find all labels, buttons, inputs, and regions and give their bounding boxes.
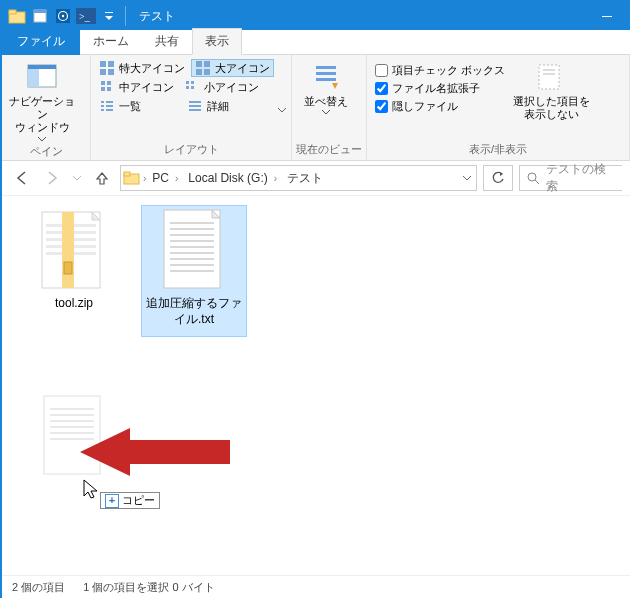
svg-rect-66: [170, 264, 214, 266]
svg-rect-9: [105, 12, 113, 13]
breadcrumb-bar[interactable]: › PC› Local Disk (G:)› テスト: [120, 165, 477, 191]
layout-list[interactable]: 一覧: [95, 97, 181, 115]
address-bar: › PC› Local Disk (G:)› テスト テストの検索: [2, 161, 630, 196]
grid-small-icon: [99, 79, 115, 95]
svg-rect-72: [50, 420, 94, 422]
group-current-view: 並べ替え 現在のビュー: [292, 55, 367, 160]
svg-rect-57: [64, 262, 72, 274]
chevron-down-icon[interactable]: [460, 171, 474, 185]
checkbox[interactable]: [375, 100, 388, 113]
file-list[interactable]: tool.zip 追加圧縮するファイル.txt + コピー: [2, 196, 630, 576]
qat-btn-2[interactable]: [52, 5, 74, 27]
up-button[interactable]: [90, 166, 114, 190]
group-pane-label: ペイン: [2, 142, 90, 162]
search-placeholder: テストの検索: [546, 161, 616, 195]
tab-file[interactable]: ファイル: [2, 28, 80, 55]
back-button[interactable]: [10, 166, 34, 190]
window-title: テスト: [139, 8, 175, 25]
tab-share[interactable]: 共有: [142, 28, 192, 55]
status-selection: 1 個の項目を選択 0 バイト: [83, 580, 214, 595]
tab-view[interactable]: 表示: [192, 28, 242, 55]
svg-rect-33: [101, 105, 104, 107]
checkbox[interactable]: [375, 82, 388, 95]
svg-rect-45: [543, 73, 555, 75]
crumb-pc[interactable]: PC›: [148, 171, 182, 185]
sort-button[interactable]: 並べ替え: [298, 59, 354, 140]
svg-rect-22: [204, 69, 210, 75]
svg-rect-59: [170, 222, 214, 224]
layout-more-icon[interactable]: [277, 105, 287, 115]
svg-rect-70: [50, 408, 94, 410]
tab-home[interactable]: ホーム: [80, 28, 142, 55]
svg-rect-21: [196, 69, 202, 75]
forward-button[interactable]: [40, 166, 64, 190]
group-layout: 特大アイコン 大アイコン 中アイコン 小アイコン 一覧 詳細 レイアウト: [91, 55, 292, 160]
svg-text:>_: >_: [79, 11, 91, 22]
navigation-pane-icon: [26, 61, 58, 93]
navigation-pane-label: ナビゲーション ウィンドウ: [8, 95, 76, 135]
svg-rect-18: [108, 69, 114, 75]
hide-selected-button[interactable]: 選択した項目を 表示しない: [511, 59, 591, 140]
svg-rect-47: [124, 172, 130, 176]
crumb-folder[interactable]: テスト: [283, 170, 327, 187]
svg-point-6: [62, 15, 64, 17]
svg-rect-61: [170, 234, 214, 236]
quick-access-toolbar: >_: [2, 5, 131, 27]
layout-detail[interactable]: 詳細: [183, 97, 233, 115]
text-file-icon: [34, 392, 114, 480]
file-item-zip[interactable]: tool.zip: [22, 206, 126, 312]
svg-rect-43: [539, 65, 559, 89]
file-item-txt[interactable]: 追加圧縮するファイル.txt: [142, 206, 246, 336]
minimize-button[interactable]: [584, 2, 630, 30]
hide-icon: [535, 61, 567, 93]
svg-rect-40: [316, 66, 336, 69]
chevron-down-icon: [322, 110, 330, 115]
refresh-button[interactable]: [483, 165, 513, 191]
checkbox[interactable]: [375, 64, 388, 77]
status-count: 2 個の項目: [12, 580, 65, 595]
layout-l[interactable]: 大アイコン: [191, 59, 274, 77]
svg-rect-58: [164, 210, 220, 288]
list-icon: [99, 98, 115, 114]
layout-xl[interactable]: 特大アイコン: [95, 59, 189, 77]
group-show-label: 表示/非表示: [367, 140, 629, 160]
svg-rect-74: [50, 432, 94, 434]
check-file-ext[interactable]: ファイル名拡張子: [373, 80, 507, 97]
svg-rect-38: [189, 105, 201, 107]
group-view-label: 現在のビュー: [292, 140, 366, 160]
crumb-disk[interactable]: Local Disk (G:)›: [184, 171, 281, 185]
svg-rect-75: [50, 438, 94, 440]
svg-rect-20: [204, 61, 210, 67]
svg-rect-24: [107, 81, 111, 85]
check-hidden-files[interactable]: 隠しファイル: [373, 98, 507, 115]
qat-btn-1[interactable]: [29, 5, 51, 27]
svg-rect-35: [101, 109, 104, 111]
drag-tooltip: + コピー: [100, 492, 160, 509]
svg-rect-15: [100, 61, 106, 67]
navigation-pane-button[interactable]: ナビゲーション ウィンドウ: [8, 59, 76, 142]
plus-icon: +: [105, 494, 119, 508]
copy-label: コピー: [122, 493, 155, 508]
group-pane: ナビゲーション ウィンドウ ペイン: [2, 55, 91, 160]
grid-icon: [99, 60, 115, 76]
layout-s[interactable]: 小アイコン: [180, 78, 263, 96]
search-icon: [526, 171, 540, 185]
grid-tiny-icon: [184, 79, 200, 95]
search-box[interactable]: テストの検索: [519, 165, 622, 191]
svg-rect-23: [101, 81, 105, 85]
svg-rect-31: [101, 101, 104, 103]
check-item-checkboxes[interactable]: 項目チェック ボックス: [373, 62, 507, 79]
tab-separator: [121, 5, 131, 27]
svg-rect-41: [316, 72, 336, 75]
layout-m[interactable]: 中アイコン: [95, 78, 178, 96]
recent-dropdown[interactable]: [70, 166, 84, 190]
svg-rect-32: [106, 101, 113, 103]
chevron-right-icon[interactable]: ›: [143, 173, 146, 184]
group-show-hide: 項目チェック ボックス ファイル名拡張子 隠しファイル 選択した項目を 表示しな…: [367, 55, 630, 160]
svg-rect-10: [125, 6, 126, 26]
zip-file-icon: [34, 206, 114, 294]
svg-point-48: [528, 173, 536, 181]
title-bar: >_ テスト: [2, 2, 630, 30]
qat-dropdown-icon[interactable]: [98, 5, 120, 27]
qat-btn-3[interactable]: >_: [75, 5, 97, 27]
